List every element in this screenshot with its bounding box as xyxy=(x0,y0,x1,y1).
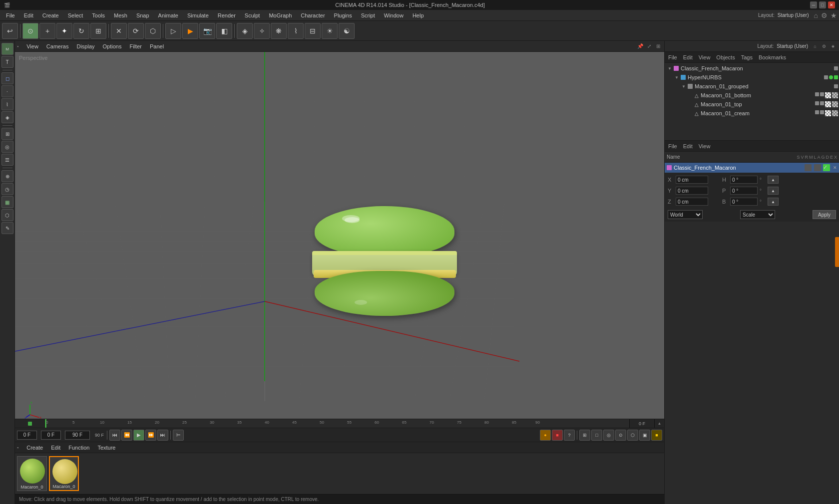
coord-system-select[interactable]: World Local Object xyxy=(668,210,703,219)
tree-item-grouped[interactable]: ▼ Macaron_01_grouped xyxy=(666,82,838,91)
mat-menu-edit[interactable]: Edit xyxy=(49,445,62,451)
minimize-button[interactable]: ─ xyxy=(810,1,817,8)
tree-dot-grouped[interactable] xyxy=(834,84,838,88)
tree-item-macaron-root[interactable]: ▼ Classic_French_Macaron xyxy=(666,64,838,73)
anim-mode-6[interactable]: ▣ xyxy=(639,430,650,441)
coord-b-input[interactable] xyxy=(730,198,758,206)
solo-btn[interactable]: ⊕ xyxy=(1,170,13,182)
coord-y-pos-input[interactable] xyxy=(676,187,708,195)
camera-button[interactable]: ⊟ xyxy=(305,23,321,39)
vp-menu-cameras[interactable]: Cameras xyxy=(44,43,71,49)
floor-btn[interactable]: ▦ xyxy=(1,196,13,208)
menu-edit[interactable]: Edit xyxy=(20,11,37,19)
anim-mode-7[interactable]: ■ xyxy=(651,430,662,441)
light-button[interactable]: ☀ xyxy=(322,23,338,39)
generator-button[interactable]: ❋ xyxy=(271,23,287,39)
autokey-btn[interactable]: ■ xyxy=(552,430,563,441)
menu-file[interactable]: File xyxy=(2,11,19,19)
edge-mode-btn[interactable]: ⌇ xyxy=(1,98,13,110)
coord-x-expand[interactable]: ▲ xyxy=(768,176,779,184)
undo-button[interactable]: ↩ xyxy=(2,23,18,39)
menu-script[interactable]: Script xyxy=(357,11,379,19)
menu-plugins[interactable]: Plugins xyxy=(330,11,356,19)
poly-mode-btn[interactable]: ◈ xyxy=(1,111,13,123)
play-button[interactable]: ▶ xyxy=(133,430,144,441)
menu-tools[interactable]: Tools xyxy=(88,11,109,19)
anim-mode-2[interactable]: □ xyxy=(591,430,602,441)
attr-btn-v[interactable] xyxy=(814,164,821,171)
obj-mode-btn[interactable]: ◻ xyxy=(1,72,13,84)
frame-current-input[interactable] xyxy=(41,431,61,440)
obj-menu-view[interactable]: View xyxy=(697,54,712,60)
object-button[interactable]: ◈ xyxy=(237,23,253,39)
mode-object-button[interactable]: ⊙ xyxy=(22,23,38,39)
go-start-button[interactable]: ⏮ xyxy=(109,430,120,441)
anim-mode-4[interactable]: ⊙ xyxy=(615,430,626,441)
coord-y-expand[interactable]: ▲ xyxy=(768,187,779,195)
go-end-button[interactable]: ⏭ xyxy=(157,430,168,441)
anim-mode-1[interactable]: ⊞ xyxy=(579,430,590,441)
render-to-picture-button[interactable]: 📷 xyxy=(199,23,215,39)
snap-btn[interactable]: ⊞ xyxy=(1,128,13,140)
mat-menu-create[interactable]: Create xyxy=(24,445,45,451)
menu-mograph[interactable]: MoGraph xyxy=(265,11,296,19)
tool-select-button[interactable]: ✕ xyxy=(111,23,127,39)
tree-item-hypernurbs[interactable]: ▼ HyperNURBS xyxy=(666,73,838,82)
coord-z-expand[interactable]: ▲ xyxy=(768,198,779,206)
sculpt-btn[interactable]: ⬡ xyxy=(1,209,13,221)
mode-rotate-button[interactable]: ↻ xyxy=(73,23,89,39)
right-gear-icon[interactable]: ⚙ xyxy=(820,42,828,50)
tree-item-bottom[interactable]: ▶ △ Macaron_01_bottom xyxy=(666,91,838,100)
headphone-button[interactable]: ☯ xyxy=(339,23,355,39)
coord-p-input[interactable] xyxy=(730,187,758,195)
transform-mode-select[interactable]: Scale Move Rotate xyxy=(740,210,775,219)
spline-button[interactable]: ⌇ xyxy=(288,23,304,39)
tree-dot-c1[interactable] xyxy=(815,110,819,114)
tree-dot-t1[interactable] xyxy=(815,101,819,105)
mode-add-button[interactable]: + xyxy=(39,23,55,39)
menu-mesh[interactable]: Mesh xyxy=(110,11,131,19)
menu-simulate[interactable]: Simulate xyxy=(183,11,213,19)
nav-icon-search[interactable]: ⚙ xyxy=(821,11,828,19)
tree-dot-t2[interactable] xyxy=(820,101,824,105)
obj-menu-objects[interactable]: Objects xyxy=(715,54,736,60)
anim-end-button[interactable]: ⊢ xyxy=(173,430,184,441)
coord-h-input[interactable] xyxy=(730,176,758,184)
vp-menu-options[interactable]: Options xyxy=(101,43,124,49)
paint-btn[interactable]: ✎ xyxy=(1,222,13,234)
material-swatch-green[interactable]: Macaron_0 xyxy=(17,456,47,491)
mat-menu-texture[interactable]: Texture xyxy=(95,445,117,451)
tree-dot-b1[interactable] xyxy=(815,92,819,96)
vp-menu-view[interactable]: View xyxy=(24,43,40,49)
obj-menu-bookmarks[interactable]: Bookmarks xyxy=(757,54,788,60)
hide-btn[interactable]: ◷ xyxy=(1,183,13,195)
timeline-track[interactable]: 0 5 10 15 20 25 30 35 40 45 50 55 60 65 … xyxy=(45,419,629,428)
vp-menu-filter[interactable]: Filter xyxy=(127,43,143,49)
menu-window[interactable]: Window xyxy=(380,11,408,19)
anim-mode-5[interactable]: ⬡ xyxy=(627,430,638,441)
mode-move-button[interactable]: ✦ xyxy=(56,23,72,39)
obj-menu-tags[interactable]: Tags xyxy=(740,54,754,60)
right-star-icon[interactable]: ★ xyxy=(829,42,837,50)
tree-dot-nurbs-vis[interactable] xyxy=(824,75,828,79)
coord-x-pos-input[interactable] xyxy=(676,176,708,184)
tree-dot-b2[interactable] xyxy=(820,92,824,96)
menu-select[interactable]: Select xyxy=(64,11,87,19)
close-button[interactable]: ✕ xyxy=(828,1,835,8)
menu-create[interactable]: Create xyxy=(38,11,63,19)
right-scroll-tab[interactable] xyxy=(835,237,839,267)
help-btn[interactable]: ? xyxy=(564,430,575,441)
maximize-button[interactable]: □ xyxy=(819,1,826,8)
obj-menu-edit[interactable]: Edit xyxy=(682,54,694,60)
attr-selected-row[interactable]: Classic_French_Macaron ✓ ✕ xyxy=(665,163,839,173)
frame-end-input[interactable] xyxy=(65,431,90,440)
vp-icon-pin[interactable]: 📌 xyxy=(636,42,644,50)
apply-button[interactable]: Apply xyxy=(813,210,836,219)
tree-item-cream[interactable]: ▶ △ Macaron_01_cream xyxy=(666,109,838,118)
render-region-button[interactable]: ▶ xyxy=(182,23,198,39)
menu-character[interactable]: Character xyxy=(297,11,329,19)
prev-frame-button[interactable]: ⏪ xyxy=(121,430,132,441)
vp-menu-panel[interactable]: Panel xyxy=(148,43,166,49)
attr-btn-x[interactable]: ✕ xyxy=(833,165,837,170)
attr-menu-file[interactable]: File xyxy=(667,143,679,149)
